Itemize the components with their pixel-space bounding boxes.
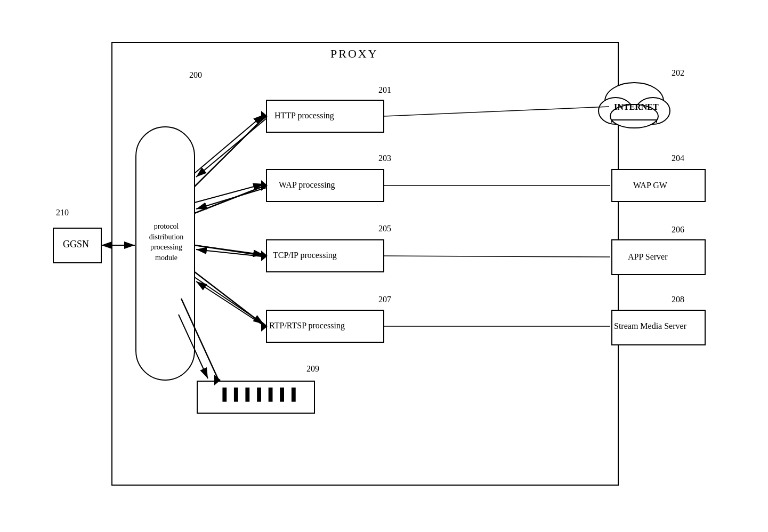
wap-gw-label: WAP GW — [633, 181, 667, 190]
stream-server-label: Stream Media Server — [614, 321, 686, 331]
ref-207: 207 — [378, 295, 391, 304]
wap-proc-label: WAP processing — [279, 180, 335, 190]
ref-209: 209 — [306, 364, 319, 374]
proxy-label: PROXY — [330, 47, 378, 61]
diagram-svg — [43, 32, 725, 496]
ref-205: 205 — [378, 224, 391, 233]
http-proc-label: HTTP processing — [274, 111, 334, 120]
ref-203: 203 — [378, 154, 391, 163]
svg-marker-22 — [261, 114, 265, 117]
svg-marker-29 — [261, 321, 268, 332]
app-server-label: APP Server — [628, 252, 668, 262]
svg-marker-27 — [261, 251, 268, 261]
tcp-proc-label: TCP/IP processing — [273, 251, 337, 260]
ref-206: 206 — [672, 225, 684, 235]
svg-rect-2 — [112, 43, 618, 485]
ref-200: 200 — [189, 70, 202, 80]
svg-line-21 — [195, 116, 265, 187]
svg-line-24 — [195, 186, 265, 213]
ref-202: 202 — [672, 68, 684, 78]
svg-marker-31 — [214, 375, 221, 385]
svg-line-32 — [384, 107, 609, 116]
svg-point-10 — [605, 83, 664, 120]
ref-210: 210 — [56, 208, 69, 217]
svg-marker-25 — [261, 180, 268, 191]
internet-label: INTERNET — [614, 102, 657, 112]
svg-line-34 — [384, 256, 610, 257]
protocol-module-label: protocol distribution processing module — [138, 221, 195, 263]
queue-dots: ▐▐▐▐▐▐▐ — [203, 388, 314, 401]
diagram-container: PROXY 200 201 202 203 204 205 206 207 20… — [43, 32, 725, 496]
svg-line-30 — [181, 299, 219, 380]
ggsn-label: GGSN — [63, 239, 89, 250]
svg-line-28 — [195, 272, 265, 326]
svg-marker-23 — [261, 111, 268, 122]
ref-204: 204 — [672, 154, 684, 163]
ref-201: 201 — [378, 85, 391, 95]
rtp-proc-label: RTP/RTSP processing — [269, 321, 345, 331]
svg-line-26 — [195, 245, 265, 256]
ref-208: 208 — [672, 295, 684, 304]
